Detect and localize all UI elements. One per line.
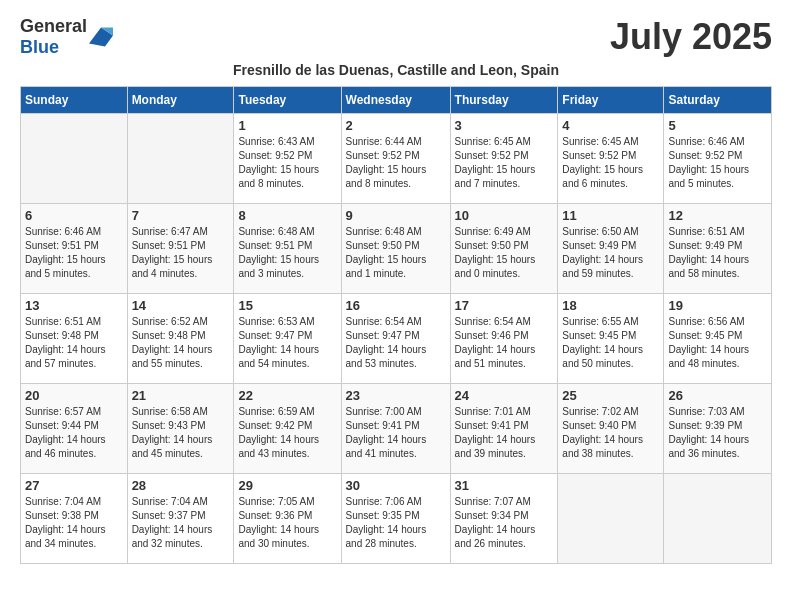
day-number: 22: [238, 388, 336, 403]
logo: General Blue: [20, 16, 113, 58]
day-info: Sunrise: 7:05 AM Sunset: 9:36 PM Dayligh…: [238, 495, 336, 551]
day-cell: 9Sunrise: 6:48 AM Sunset: 9:50 PM Daylig…: [341, 204, 450, 294]
day-info: Sunrise: 6:55 AM Sunset: 9:45 PM Dayligh…: [562, 315, 659, 371]
header-day-thursday: Thursday: [450, 87, 558, 114]
header-day-saturday: Saturday: [664, 87, 772, 114]
day-info: Sunrise: 6:48 AM Sunset: 9:50 PM Dayligh…: [346, 225, 446, 281]
day-cell: 5Sunrise: 6:46 AM Sunset: 9:52 PM Daylig…: [664, 114, 772, 204]
day-number: 8: [238, 208, 336, 223]
day-cell: 20Sunrise: 6:57 AM Sunset: 9:44 PM Dayli…: [21, 384, 128, 474]
day-cell: 14Sunrise: 6:52 AM Sunset: 9:48 PM Dayli…: [127, 294, 234, 384]
day-info: Sunrise: 7:03 AM Sunset: 9:39 PM Dayligh…: [668, 405, 767, 461]
day-cell: 13Sunrise: 6:51 AM Sunset: 9:48 PM Dayli…: [21, 294, 128, 384]
day-cell: 31Sunrise: 7:07 AM Sunset: 9:34 PM Dayli…: [450, 474, 558, 564]
day-cell: 25Sunrise: 7:02 AM Sunset: 9:40 PM Dayli…: [558, 384, 664, 474]
week-row-1: 1Sunrise: 6:43 AM Sunset: 9:52 PM Daylig…: [21, 114, 772, 204]
day-number: 10: [455, 208, 554, 223]
day-number: 24: [455, 388, 554, 403]
day-cell: 4Sunrise: 6:45 AM Sunset: 9:52 PM Daylig…: [558, 114, 664, 204]
calendar-title: July 2025: [610, 16, 772, 58]
day-number: 2: [346, 118, 446, 133]
day-info: Sunrise: 7:02 AM Sunset: 9:40 PM Dayligh…: [562, 405, 659, 461]
day-info: Sunrise: 6:45 AM Sunset: 9:52 PM Dayligh…: [562, 135, 659, 191]
day-info: Sunrise: 6:48 AM Sunset: 9:51 PM Dayligh…: [238, 225, 336, 281]
logo-general: General: [20, 16, 87, 36]
day-number: 1: [238, 118, 336, 133]
day-number: 30: [346, 478, 446, 493]
calendar-table: SundayMondayTuesdayWednesdayThursdayFrid…: [20, 86, 772, 564]
day-info: Sunrise: 6:56 AM Sunset: 9:45 PM Dayligh…: [668, 315, 767, 371]
day-number: 28: [132, 478, 230, 493]
day-info: Sunrise: 6:46 AM Sunset: 9:51 PM Dayligh…: [25, 225, 123, 281]
day-number: 5: [668, 118, 767, 133]
day-info: Sunrise: 6:49 AM Sunset: 9:50 PM Dayligh…: [455, 225, 554, 281]
day-info: Sunrise: 6:52 AM Sunset: 9:48 PM Dayligh…: [132, 315, 230, 371]
day-info: Sunrise: 7:04 AM Sunset: 9:38 PM Dayligh…: [25, 495, 123, 551]
day-cell: [558, 474, 664, 564]
header-day-friday: Friday: [558, 87, 664, 114]
day-cell: 17Sunrise: 6:54 AM Sunset: 9:46 PM Dayli…: [450, 294, 558, 384]
day-cell: 28Sunrise: 7:04 AM Sunset: 9:37 PM Dayli…: [127, 474, 234, 564]
day-info: Sunrise: 7:01 AM Sunset: 9:41 PM Dayligh…: [455, 405, 554, 461]
day-number: 29: [238, 478, 336, 493]
day-number: 15: [238, 298, 336, 313]
day-cell: 29Sunrise: 7:05 AM Sunset: 9:36 PM Dayli…: [234, 474, 341, 564]
day-info: Sunrise: 6:57 AM Sunset: 9:44 PM Dayligh…: [25, 405, 123, 461]
calendar-subtitle: Fresnillo de las Duenas, Castille and Le…: [20, 62, 772, 78]
week-row-4: 20Sunrise: 6:57 AM Sunset: 9:44 PM Dayli…: [21, 384, 772, 474]
day-info: Sunrise: 6:58 AM Sunset: 9:43 PM Dayligh…: [132, 405, 230, 461]
day-cell: 7Sunrise: 6:47 AM Sunset: 9:51 PM Daylig…: [127, 204, 234, 294]
day-number: 20: [25, 388, 123, 403]
day-number: 27: [25, 478, 123, 493]
day-cell: 23Sunrise: 7:00 AM Sunset: 9:41 PM Dayli…: [341, 384, 450, 474]
day-info: Sunrise: 6:59 AM Sunset: 9:42 PM Dayligh…: [238, 405, 336, 461]
week-row-2: 6Sunrise: 6:46 AM Sunset: 9:51 PM Daylig…: [21, 204, 772, 294]
header-day-wednesday: Wednesday: [341, 87, 450, 114]
day-cell: 24Sunrise: 7:01 AM Sunset: 9:41 PM Dayli…: [450, 384, 558, 474]
day-info: Sunrise: 6:53 AM Sunset: 9:47 PM Dayligh…: [238, 315, 336, 371]
day-cell: 27Sunrise: 7:04 AM Sunset: 9:38 PM Dayli…: [21, 474, 128, 564]
day-info: Sunrise: 6:50 AM Sunset: 9:49 PM Dayligh…: [562, 225, 659, 281]
day-number: 18: [562, 298, 659, 313]
day-number: 4: [562, 118, 659, 133]
day-info: Sunrise: 6:46 AM Sunset: 9:52 PM Dayligh…: [668, 135, 767, 191]
day-number: 9: [346, 208, 446, 223]
day-info: Sunrise: 6:47 AM Sunset: 9:51 PM Dayligh…: [132, 225, 230, 281]
day-number: 26: [668, 388, 767, 403]
day-info: Sunrise: 7:00 AM Sunset: 9:41 PM Dayligh…: [346, 405, 446, 461]
day-cell: [664, 474, 772, 564]
day-number: 23: [346, 388, 446, 403]
header-day-monday: Monday: [127, 87, 234, 114]
day-number: 25: [562, 388, 659, 403]
day-info: Sunrise: 7:07 AM Sunset: 9:34 PM Dayligh…: [455, 495, 554, 551]
day-cell: 30Sunrise: 7:06 AM Sunset: 9:35 PM Dayli…: [341, 474, 450, 564]
header-row: SundayMondayTuesdayWednesdayThursdayFrid…: [21, 87, 772, 114]
day-cell: 11Sunrise: 6:50 AM Sunset: 9:49 PM Dayli…: [558, 204, 664, 294]
logo-icon: [89, 27, 113, 47]
day-number: 14: [132, 298, 230, 313]
day-cell: 3Sunrise: 6:45 AM Sunset: 9:52 PM Daylig…: [450, 114, 558, 204]
day-info: Sunrise: 6:51 AM Sunset: 9:48 PM Dayligh…: [25, 315, 123, 371]
week-row-5: 27Sunrise: 7:04 AM Sunset: 9:38 PM Dayli…: [21, 474, 772, 564]
day-number: 17: [455, 298, 554, 313]
day-info: Sunrise: 7:06 AM Sunset: 9:35 PM Dayligh…: [346, 495, 446, 551]
day-info: Sunrise: 6:43 AM Sunset: 9:52 PM Dayligh…: [238, 135, 336, 191]
day-info: Sunrise: 6:54 AM Sunset: 9:47 PM Dayligh…: [346, 315, 446, 371]
day-info: Sunrise: 6:51 AM Sunset: 9:49 PM Dayligh…: [668, 225, 767, 281]
day-number: 13: [25, 298, 123, 313]
day-cell: [21, 114, 128, 204]
day-cell: 19Sunrise: 6:56 AM Sunset: 9:45 PM Dayli…: [664, 294, 772, 384]
day-cell: 18Sunrise: 6:55 AM Sunset: 9:45 PM Dayli…: [558, 294, 664, 384]
day-info: Sunrise: 6:54 AM Sunset: 9:46 PM Dayligh…: [455, 315, 554, 371]
page-header: General Blue July 2025: [20, 16, 772, 58]
day-cell: 2Sunrise: 6:44 AM Sunset: 9:52 PM Daylig…: [341, 114, 450, 204]
logo-blue: Blue: [20, 37, 59, 57]
day-number: 6: [25, 208, 123, 223]
day-info: Sunrise: 6:44 AM Sunset: 9:52 PM Dayligh…: [346, 135, 446, 191]
day-info: Sunrise: 7:04 AM Sunset: 9:37 PM Dayligh…: [132, 495, 230, 551]
day-number: 11: [562, 208, 659, 223]
day-cell: 15Sunrise: 6:53 AM Sunset: 9:47 PM Dayli…: [234, 294, 341, 384]
day-cell: 21Sunrise: 6:58 AM Sunset: 9:43 PM Dayli…: [127, 384, 234, 474]
day-number: 3: [455, 118, 554, 133]
day-cell: 10Sunrise: 6:49 AM Sunset: 9:50 PM Dayli…: [450, 204, 558, 294]
